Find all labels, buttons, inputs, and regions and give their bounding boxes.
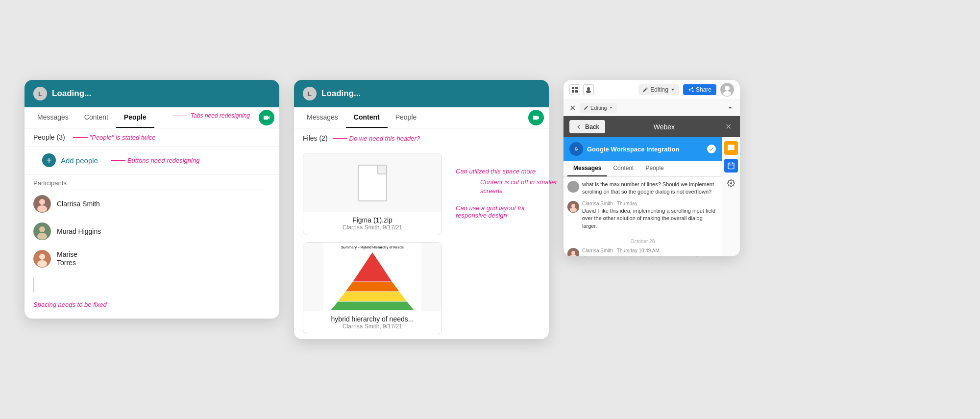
back-label: Back [585,123,599,130]
date-divider: October 28 [567,235,718,248]
participant-item-1: Murad Higgins [24,218,279,245]
cutoff-annotation: Content is cut off in smaller screens [480,178,559,196]
content-annotations: Can utilized this space more Can use a g… [451,148,549,339]
message-text-2: @all any progress with showing how curre… [582,254,718,256]
svg-point-29 [571,204,575,208]
svg-text:Summary – Hybrid Hierarchy of : Summary – Hybrid Hierarchy of Needs [341,246,404,249]
participant-name-0: Clarrisa Smith [57,200,100,208]
editing-mode-btn[interactable]: Editing [580,103,617,113]
tab-content-p1[interactable]: Content [76,107,116,128]
add-people-btn[interactable]: + Add people [33,147,107,174]
video-btn-p1[interactable] [259,110,274,125]
message-content-2: Clarrisa Smith Thursday 10:49 AM @all an… [582,248,718,256]
svg-point-5 [37,233,47,240]
expand-icon[interactable] [726,104,734,112]
plus-icon: + [42,153,56,167]
share-label: Share [696,86,711,93]
participants-label: Participants [24,174,279,190]
participant-avatar-1 [33,222,51,240]
tab-people-p2[interactable]: People [388,107,425,128]
webex-tab-messages[interactable]: Messages [567,161,607,176]
files-annotation: Do we need this header? [333,135,420,142]
svg-rect-20 [572,90,574,93]
tab-messages-p2[interactable]: Messages [299,107,346,128]
webex-label: Webex [654,123,675,131]
message-header-1: Clarrisa Smith Thursday [582,201,718,206]
message-avatar-2 [567,248,579,256]
panel2-tabs: Messages Content People [294,107,549,128]
svg-point-8 [37,260,47,267]
spacing-annotation-text: Spacing needs to be fixed [33,301,107,308]
svg-point-26 [723,91,731,96]
svg-point-22 [587,87,590,90]
grid-icon-btn[interactable] [569,84,580,95]
integration-title: Google Workspace Integration [587,146,679,153]
panel1-avatar: L [33,87,47,100]
spacing-indicator [33,277,34,292]
participant-item-0: Clarrisa Smith [24,190,279,218]
grid-annotation: Can use a grid layout for responsive des… [456,204,544,219]
right-sidebar [722,137,740,256]
svg-point-30 [570,207,577,212]
message-item-2: Clarrisa Smith Thursday 10:49 AM @all an… [567,248,718,256]
message-avatar-0 [567,181,579,193]
back-btn[interactable]: Back [569,120,605,133]
editing-btn[interactable]: Editing [638,84,679,95]
panel3-outer: Content is cut off in smaller screens Ed… [564,80,740,256]
panel1-header: L Loading... [24,80,279,107]
spacing-annotation-area [24,272,279,300]
tab-content-p2[interactable]: Content [346,107,388,128]
editing-toolbar: ✕ Editing [564,100,740,116]
sidebar-calendar-icon[interactable] [724,159,738,173]
file-name-0: Figma (1).zip [309,216,436,224]
editing-mode-label: Editing [590,105,607,111]
pyramid-chart: Summary – Hybrid Hierarchy of Needs [303,243,441,311]
file-card-1[interactable]: Summary – Hybrid Hierarchy of Needs [303,242,442,334]
participant-avatar-2 [33,250,51,268]
person-icon-btn[interactable] [583,84,594,95]
svg-rect-19 [575,87,578,89]
user-avatar-btn[interactable] [720,83,734,97]
panel-content: L Loading... Messages Content People Fil… [294,80,549,339]
sidebar-settings-icon[interactable] [724,176,738,190]
svg-point-4 [39,226,45,232]
tab-annotation: Tabs need redesigning [172,112,250,119]
webex-close-icon[interactable]: ✕ [723,122,734,132]
messages-area[interactable]: what is the max number of lines? Should … [564,177,722,256]
files-header: Files (2) [303,134,328,142]
check-icon[interactable] [707,145,716,153]
file-thumb-1: Summary – Hybrid Hierarchy of Needs [303,243,441,311]
participant-name-1: Murad Higgins [57,227,101,235]
message-item-0: what is the max number of lines? Should … [567,181,718,196]
video-btn-p2[interactable] [528,110,544,125]
panel1-title: Loading... [52,89,91,99]
main-container: L Loading... Messages Content People Tab… [24,80,956,339]
tab-messages-p1[interactable]: Messages [29,107,76,128]
file-name-1: hybrid hierarchy of needs... [309,315,436,323]
message-text-0: what is the max number of lines? Should … [582,181,718,196]
close-icon[interactable]: ✕ [569,103,576,113]
sidebar-messages-icon[interactable] [724,141,738,155]
people-count-label: People (3) [33,133,65,141]
webex-tab-content[interactable]: Content [607,161,639,176]
webex-title-bar: Back Webex ✕ [564,116,740,137]
svg-text:G: G [575,147,578,151]
doc-icon [358,165,387,201]
file-card-0[interactable]: Figma (1).zip Clarrisa Smith, 9/17/21 [303,153,442,235]
svg-point-2 [37,205,47,212]
svg-point-32 [571,251,575,255]
message-avatar-1 [567,201,579,213]
svg-marker-12 [345,282,399,292]
webex-tabs: Messages Content People [564,161,722,177]
svg-point-23 [586,90,591,93]
panel-people: L Loading... Messages Content People Tab… [24,80,279,319]
webex-tab-people[interactable]: People [639,161,669,176]
webex-body: G Google Workspace Integration Messages … [564,137,740,256]
participant-name-2b: Torres [57,259,77,267]
share-btn[interactable]: Share [683,84,716,95]
svg-rect-40 [728,163,734,169]
space-annotation: Can utilized this space more [456,168,544,175]
tab-people-p1[interactable]: People [116,107,154,128]
participant-name-2: Marise [57,250,77,259]
message-item-1: Clarrisa Smith Thursday David I like thi… [567,201,718,230]
